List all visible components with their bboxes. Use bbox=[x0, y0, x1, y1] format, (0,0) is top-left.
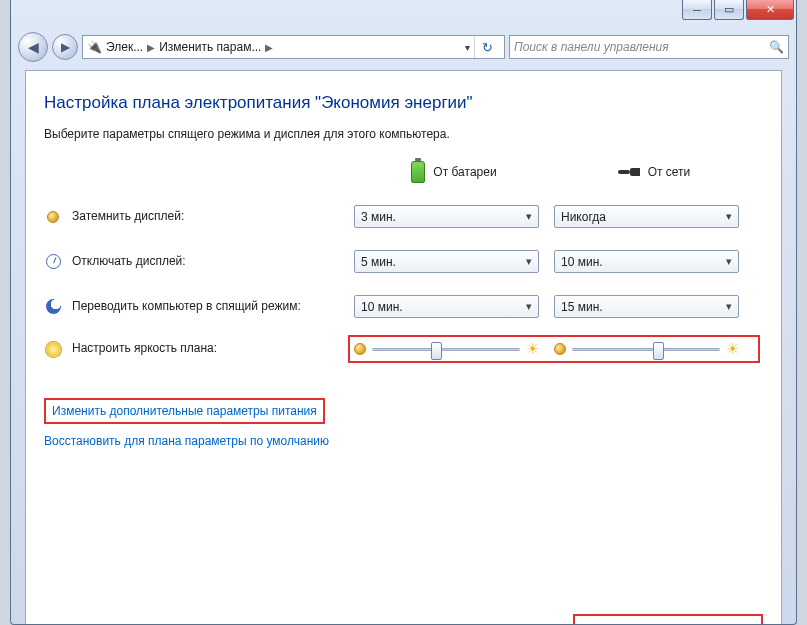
slider-thumb[interactable] bbox=[431, 342, 442, 360]
brightness-battery-slider[interactable]: ☀ bbox=[354, 340, 539, 358]
dropdown-history-icon[interactable]: ▾ bbox=[465, 42, 470, 53]
address-bar[interactable]: 🔌 Элек... ▶ Изменить парам... ▶ ▾ ↻ bbox=[82, 35, 505, 59]
navbar: ◀ ▶ 🔌 Элек... ▶ Изменить парам... ▶ ▾ ↻ … bbox=[18, 30, 789, 64]
slider-track[interactable] bbox=[572, 348, 720, 351]
brightness-highlight: ☀ ☀ bbox=[348, 335, 760, 363]
sun-icon bbox=[46, 342, 61, 357]
dim-battery-value: 3 мин. bbox=[361, 210, 396, 224]
chevron-right-icon: ▶ bbox=[265, 42, 273, 53]
sleep-plugged-dropdown[interactable]: 15 мин. bbox=[554, 295, 739, 318]
breadcrumb-2[interactable]: Изменить парам... bbox=[159, 40, 261, 54]
slider-thumb[interactable] bbox=[653, 342, 664, 360]
dim-battery-dropdown[interactable]: 3 мин. bbox=[354, 205, 539, 228]
sleep-plugged-value: 15 мин. bbox=[561, 300, 603, 314]
sun-dim-icon bbox=[554, 343, 566, 355]
row-brightness-label: Настроить яркость плана: bbox=[72, 341, 217, 357]
column-header-plugged-label: От сети bbox=[648, 165, 691, 179]
plug-icon: 🔌 bbox=[87, 40, 102, 54]
nav-back-button[interactable]: ◀ bbox=[18, 32, 48, 62]
close-button[interactable]: ✕ bbox=[746, 0, 794, 20]
row-sleep: Переводить компьютер в спящий режим: bbox=[44, 298, 354, 316]
sleep-battery-dropdown[interactable]: 10 мин. bbox=[354, 295, 539, 318]
sun-bright-icon: ☀ bbox=[726, 340, 739, 358]
search-input[interactable]: Поиск в панели управления 🔍 bbox=[509, 35, 789, 59]
column-header-battery: От батареи bbox=[354, 161, 554, 183]
sun-bright-icon: ☀ bbox=[526, 340, 539, 358]
refresh-button[interactable]: ↻ bbox=[474, 36, 500, 58]
column-header-battery-label: От батареи bbox=[433, 165, 496, 179]
nav-forward-button[interactable]: ▶ bbox=[52, 34, 78, 60]
search-placeholder: Поиск в панели управления bbox=[514, 40, 669, 54]
dim-plugged-dropdown[interactable]: Никогда bbox=[554, 205, 739, 228]
battery-icon bbox=[411, 161, 425, 183]
off-plugged-value: 10 мин. bbox=[561, 255, 603, 269]
titlebar: ─ ▭ ✕ bbox=[11, 0, 796, 28]
off-battery-value: 5 мин. bbox=[361, 255, 396, 269]
off-plugged-dropdown[interactable]: 10 мин. bbox=[554, 250, 739, 273]
row-dim-display: Затемнить дисплей: bbox=[44, 208, 354, 226]
minimize-button[interactable]: ─ bbox=[682, 0, 712, 20]
content-panel: Настройка плана электропитания "Экономия… bbox=[25, 70, 782, 624]
sun-dim-icon bbox=[354, 343, 366, 355]
restore-defaults-link[interactable]: Восстановить для плана параметры по умол… bbox=[44, 432, 329, 450]
moon-icon bbox=[46, 299, 61, 314]
row-brightness: Настроить яркость плана: bbox=[44, 340, 354, 358]
slider-track[interactable] bbox=[372, 348, 520, 351]
column-header-plugged: От сети bbox=[554, 165, 754, 179]
page-title: Настройка плана электропитания "Экономия… bbox=[44, 93, 763, 113]
maximize-button[interactable]: ▭ bbox=[714, 0, 744, 20]
row-off-label: Отключать дисплей: bbox=[72, 254, 186, 270]
save-button-highlight bbox=[573, 614, 763, 624]
plug-icon bbox=[618, 166, 640, 178]
advanced-settings-link[interactable]: Изменить дополнительные параметры питани… bbox=[44, 398, 325, 424]
brightness-plugged-slider[interactable]: ☀ bbox=[554, 340, 739, 358]
window: ─ ▭ ✕ ◀ ▶ 🔌 Элек... ▶ Изменить парам... … bbox=[10, 0, 797, 625]
clock-icon bbox=[46, 254, 61, 269]
dim-icon bbox=[47, 211, 59, 223]
search-icon: 🔍 bbox=[769, 40, 784, 54]
row-dim-label: Затемнить дисплей: bbox=[72, 209, 184, 225]
row-off-display: Отключать дисплей: bbox=[44, 253, 354, 271]
row-sleep-label: Переводить компьютер в спящий режим: bbox=[72, 299, 301, 315]
settings-grid: От батареи От сети Затемнить дисплей: 3 … bbox=[44, 161, 763, 358]
dim-plugged-value: Никогда bbox=[561, 210, 606, 224]
off-battery-dropdown[interactable]: 5 мин. bbox=[354, 250, 539, 273]
chevron-right-icon: ▶ bbox=[147, 42, 155, 53]
links-section: Изменить дополнительные параметры питани… bbox=[44, 398, 763, 458]
sleep-battery-value: 10 мин. bbox=[361, 300, 403, 314]
breadcrumb-1[interactable]: Элек... bbox=[106, 40, 143, 54]
page-subtitle: Выберите параметры спящего режима и дисп… bbox=[44, 127, 763, 141]
